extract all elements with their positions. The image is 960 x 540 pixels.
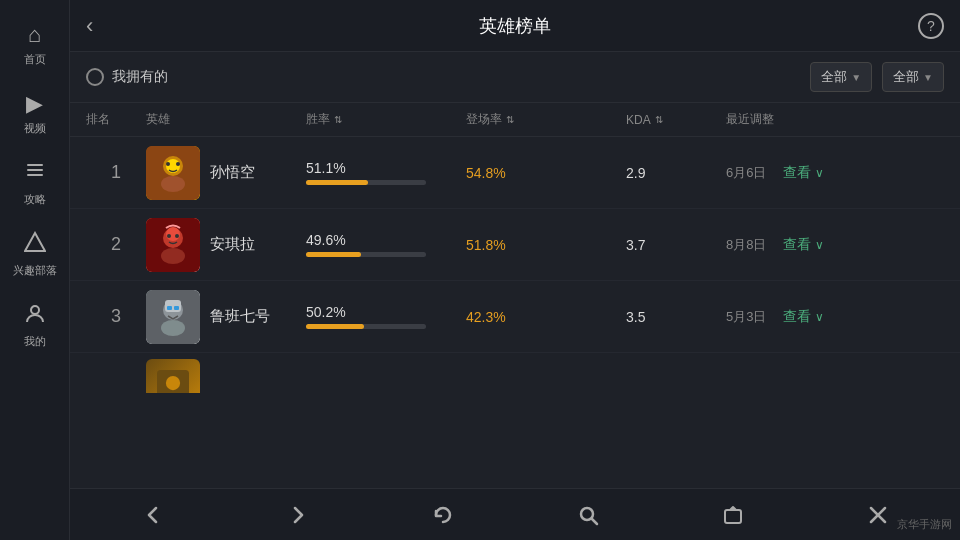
hero-cell-2: 安琪拉 xyxy=(146,218,306,272)
appearance-1: 54.8% xyxy=(466,165,626,181)
home-icon: ⌂ xyxy=(28,22,41,48)
winrate-bar-bg-1 xyxy=(306,180,426,185)
svg-point-14 xyxy=(161,248,185,264)
appearance-3: 42.3% xyxy=(466,309,626,325)
kda-1: 2.9 xyxy=(626,165,726,181)
sidebar-item-guide[interactable]: 攻略 xyxy=(0,148,69,219)
rank-3: 3 xyxy=(86,306,146,327)
owned-radio[interactable] xyxy=(86,68,104,86)
date-2: 8月8日 xyxy=(726,236,766,254)
back-button[interactable]: ‹ xyxy=(86,13,93,39)
mine-icon xyxy=(24,302,46,330)
rank-1: 1 xyxy=(86,162,146,183)
col-winrate[interactable]: 胜率 ⇅ xyxy=(306,111,466,128)
date-1: 6月6日 xyxy=(726,164,766,182)
nav-share-button[interactable] xyxy=(713,495,753,535)
page-title: 英雄榜单 xyxy=(479,14,551,38)
col-appearance[interactable]: 登场率 ⇅ xyxy=(466,111,626,128)
sidebar-label-guide: 攻略 xyxy=(24,192,46,207)
winrate-value-1: 51.1% xyxy=(306,160,466,176)
table-row: 1 孙悟空 51.1% xyxy=(70,137,960,209)
action-cell-1: 6月6日 查看 ∨ xyxy=(726,164,846,182)
nav-back-button[interactable] xyxy=(133,495,173,535)
dropdown-region-label: 全部 xyxy=(821,68,847,86)
kda-3: 3.5 xyxy=(626,309,726,325)
partial-hero-cell xyxy=(146,359,306,393)
nav-forward-button[interactable] xyxy=(278,495,318,535)
winrate-cell-1: 51.1% xyxy=(306,160,466,185)
winrate-bar-bg-3 xyxy=(306,324,426,329)
svg-marker-3 xyxy=(25,233,45,251)
video-icon: ▶ xyxy=(26,91,43,117)
hero-cell-1: 孙悟空 xyxy=(146,146,306,200)
header: ‹ 英雄榜单 ? xyxy=(70,0,960,52)
community-icon xyxy=(24,231,46,259)
view-arrow-1[interactable]: ∨ xyxy=(815,166,824,180)
hero-name-3: 鲁班七号 xyxy=(210,307,270,326)
dropdown-role-label: 全部 xyxy=(893,68,919,86)
bottom-nav xyxy=(70,488,960,540)
sidebar: ⌂ 首页 ▶ 视频 攻略 兴趣部落 我的 xyxy=(0,0,70,540)
hero-avatar-3 xyxy=(146,290,200,344)
table-row: 3 鲁班七号 50.2% xyxy=(70,281,960,353)
nav-close-button[interactable] xyxy=(858,495,898,535)
svg-point-4 xyxy=(31,306,39,314)
view-button-2[interactable]: 查看 xyxy=(783,236,811,254)
sidebar-label-video: 视频 xyxy=(24,121,46,136)
action-cell-2: 8月8日 查看 ∨ xyxy=(726,236,846,254)
svg-rect-2 xyxy=(27,174,43,176)
table-header: 排名 英雄 胜率 ⇅ 登场率 ⇅ KDA ⇅ 最近调整 xyxy=(70,103,960,137)
col-rank: 排名 xyxy=(86,111,146,128)
winrate-sort-icon: ⇅ xyxy=(334,114,342,125)
sidebar-label-community: 兴趣部落 xyxy=(13,263,57,278)
dropdown-role[interactable]: 全部 ▼ xyxy=(882,62,944,92)
winrate-bar-fill-1 xyxy=(306,180,368,185)
partial-row xyxy=(70,353,960,393)
hero-table: 排名 英雄 胜率 ⇅ 登场率 ⇅ KDA ⇅ 最近调整 1 xyxy=(70,103,960,488)
sidebar-item-home[interactable]: ⌂ 首页 xyxy=(0,10,69,79)
date-3: 5月3日 xyxy=(726,308,766,326)
winrate-bar-fill-2 xyxy=(306,252,361,257)
sidebar-item-video[interactable]: ▶ 视频 xyxy=(0,79,69,148)
kda-2: 3.7 xyxy=(626,237,726,253)
view-arrow-3[interactable]: ∨ xyxy=(815,310,824,324)
hero-name-1: 孙悟空 xyxy=(210,163,255,182)
dropdown-region-arrow: ▼ xyxy=(851,72,861,83)
svg-point-10 xyxy=(176,162,180,166)
hero-name-2: 安琪拉 xyxy=(210,235,255,254)
kda-sort-icon: ⇅ xyxy=(655,114,663,125)
hero-avatar-1 xyxy=(146,146,200,200)
sidebar-label-mine: 我的 xyxy=(24,334,46,349)
svg-point-13 xyxy=(166,227,180,241)
svg-point-20 xyxy=(161,320,185,336)
svg-rect-19 xyxy=(165,300,181,312)
sidebar-item-community[interactable]: 兴趣部落 xyxy=(0,219,69,290)
help-button[interactable]: ? xyxy=(918,13,944,39)
winrate-bar-fill-3 xyxy=(306,324,364,329)
view-button-1[interactable]: 查看 xyxy=(783,164,811,182)
table-row: 2 安琪拉 49.6% xyxy=(70,209,960,281)
view-button-3[interactable]: 查看 xyxy=(783,308,811,326)
appearance-2: 51.8% xyxy=(466,237,626,253)
hero-cell-3: 鲁班七号 xyxy=(146,290,306,344)
col-hero: 英雄 xyxy=(146,111,306,128)
hero-avatar-2 xyxy=(146,218,200,272)
svg-point-24 xyxy=(166,376,180,390)
svg-rect-21 xyxy=(167,306,172,310)
col-kda[interactable]: KDA ⇅ xyxy=(626,111,726,128)
appearance-sort-icon: ⇅ xyxy=(506,114,514,125)
winrate-cell-2: 49.6% xyxy=(306,232,466,257)
sidebar-label-home: 首页 xyxy=(24,52,46,67)
svg-line-26 xyxy=(592,519,597,524)
dropdown-region[interactable]: 全部 ▼ xyxy=(810,62,872,92)
sidebar-item-mine[interactable]: 我的 xyxy=(0,290,69,361)
filter-owned: 我拥有的 xyxy=(86,68,800,86)
winrate-bar-bg-2 xyxy=(306,252,426,257)
winrate-value-3: 50.2% xyxy=(306,304,466,320)
svg-rect-27 xyxy=(725,510,741,523)
nav-search-button[interactable] xyxy=(568,495,608,535)
main-content: ‹ 英雄榜单 ? 我拥有的 全部 ▼ 全部 ▼ 排名 英雄 胜率 xyxy=(70,0,960,540)
winrate-cell-3: 50.2% xyxy=(306,304,466,329)
nav-refresh-button[interactable] xyxy=(423,495,463,535)
view-arrow-2[interactable]: ∨ xyxy=(815,238,824,252)
